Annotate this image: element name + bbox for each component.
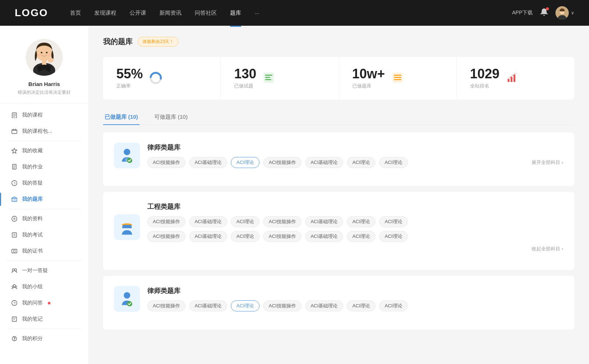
collapse-link[interactable]: 收起全部科目 ›: [532, 246, 563, 252]
menu-divider-1: [7, 141, 81, 141]
points-icon: [11, 335, 18, 342]
tab-available[interactable]: 可做题库 (10): [153, 110, 189, 124]
stat-correct-number: 55%: [116, 67, 143, 81]
tag-1-5[interactable]: ACI理论: [347, 157, 375, 168]
menu-item-one-one[interactable]: 一对一答疑: [0, 263, 88, 279]
stat-correct-rate: 55% 正确率: [103, 57, 221, 100]
bank-header-1: 律师类题库 ACI技能操作 ACI基础理论 ACI理论 ACI技能操作 ACI基…: [114, 143, 563, 168]
tag-2-r2-2[interactable]: ACI理论: [231, 231, 260, 242]
page-wrap: Brian Harris 错误的决定比没有决定要好 我的课程 我的课程包...: [0, 0, 589, 364]
svg-rect-35: [12, 233, 17, 237]
nav-news[interactable]: 新闻资讯: [159, 8, 181, 18]
menu-item-cert[interactable]: 我的证书: [0, 243, 88, 259]
svg-rect-61: [394, 79, 401, 80]
nav-open-course[interactable]: 公开课: [130, 8, 146, 18]
tag-2-3[interactable]: ACI技能操作: [263, 216, 301, 227]
tag-2-r2-3[interactable]: ACI技能操作: [263, 231, 301, 242]
svg-rect-6: [42, 60, 46, 65]
tag-1-1[interactable]: ACI基础理论: [189, 157, 228, 168]
tag-2-6[interactable]: ACI理论: [379, 216, 408, 227]
menu-item-course[interactable]: 我的课程: [0, 107, 88, 123]
tag-2-r2-4[interactable]: ACI基础理论: [305, 231, 343, 242]
svg-rect-56: [265, 77, 270, 78]
list-orange-icon: [391, 71, 406, 86]
menu-item-exam[interactable]: 我的考试: [0, 227, 88, 243]
tag-2-5[interactable]: ACI理论: [347, 216, 375, 227]
bank-title-3: 律师类题库: [147, 286, 563, 295]
svg-rect-64: [514, 75, 515, 82]
nav-home[interactable]: 首页: [70, 8, 81, 18]
profile-name: Brian Harris: [28, 81, 60, 87]
tag-2-r2-0[interactable]: ACI技能操作: [147, 231, 186, 242]
nav-more[interactable]: ···: [254, 8, 259, 18]
bank-icon: [11, 196, 18, 203]
tag-2-r2-5[interactable]: ACI理论: [347, 231, 375, 242]
tag-1-0[interactable]: ACI技能操作: [147, 157, 186, 168]
menu-item-qa[interactable]: ? 我的答疑: [0, 175, 88, 191]
user-avatar-wrap[interactable]: ∨: [556, 6, 574, 19]
bank-avatar-engineer: [114, 214, 140, 240]
svg-rect-60: [394, 77, 401, 78]
menu-label-points: 我的积分: [22, 335, 43, 342]
bar-red-icon: [505, 71, 520, 86]
menu-item-collection[interactable]: 我的收藏: [0, 143, 88, 159]
tag-3-4[interactable]: ACI基础理论: [305, 300, 343, 311]
menu-item-group[interactable]: 我的小组: [0, 279, 88, 295]
menu-item-package[interactable]: 我的课程包...: [0, 123, 88, 139]
tab-done[interactable]: 已做题库 (10): [103, 110, 140, 124]
tag-1-6[interactable]: ACI理论: [379, 157, 408, 168]
menu-item-homework[interactable]: 我的作业: [0, 159, 88, 175]
tag-1-2[interactable]: ACI理论: [231, 157, 260, 168]
svg-rect-47: [12, 317, 17, 321]
menu-item-bank[interactable]: 我的题库: [0, 191, 88, 207]
tag-1-3[interactable]: ACI技能操作: [263, 157, 301, 168]
tag-3-1[interactable]: ACI基础理论: [189, 300, 228, 311]
bank-section-lawyer-2: 律师类题库 ACI技能操作 ACI基础理论 ACI理论 ACI技能操作 ACI基…: [103, 276, 574, 329]
tag-3-2[interactable]: ACI理论: [231, 300, 260, 311]
nav-bank[interactable]: 题库: [230, 8, 241, 18]
menu-item-points[interactable]: 我的积分: [0, 331, 88, 347]
tag-2-2[interactable]: ACI理论: [231, 216, 260, 227]
bank-tags-2-row2: ACI技能操作 ACI基础理论 ACI理论 ACI技能操作 ACI基础理论 AC…: [147, 231, 563, 242]
svg-point-39: [13, 250, 15, 252]
trial-badge: 体验剩余23天！: [138, 37, 179, 47]
stat-done-b-text: 10w+ 已做题库: [352, 67, 385, 89]
tag-2-0[interactable]: ACI技能操作: [147, 216, 186, 227]
stat-done-q-number: 130: [234, 67, 256, 81]
tag-1-4[interactable]: ACI基础理论: [305, 157, 343, 168]
stat-done-banks: 10w+ 已做题库: [339, 57, 457, 100]
tag-2-r2-6[interactable]: ACI理论: [379, 231, 408, 242]
qa-icon: ?: [11, 180, 18, 186]
tag-3-5[interactable]: ACI理论: [347, 300, 375, 311]
stat-done-b-number: 10w+: [352, 67, 385, 81]
notification-bell[interactable]: [540, 8, 548, 18]
course-icon: [11, 112, 18, 118]
menu-item-question[interactable]: ? 我的问答: [0, 295, 88, 311]
stat-value-correct: 55% 正确率: [116, 67, 143, 89]
tag-2-1[interactable]: ACI基础理论: [189, 216, 228, 227]
profile-bio: 错误的决定比没有决定要好: [18, 89, 71, 96]
tag-3-3[interactable]: ACI技能操作: [263, 300, 301, 311]
stat-ranking: 1029 全站排名: [457, 57, 574, 100]
tag-2-4[interactable]: ACI基础理论: [305, 216, 343, 227]
tag-3-0[interactable]: ACI技能操作: [147, 300, 186, 311]
svg-marker-31: [12, 197, 17, 198]
menu-item-data[interactable]: 我的资料: [0, 211, 88, 227]
menu-item-note[interactable]: 我的笔记: [0, 311, 88, 327]
data-icon: [11, 215, 18, 222]
app-download-btn[interactable]: APP下载: [512, 10, 533, 16]
tag-2-r2-1[interactable]: ACI基础理论: [189, 231, 228, 242]
expand-link-1[interactable]: 展开全部科目 ›: [532, 159, 563, 166]
nav-discover[interactable]: 发现课程: [94, 8, 116, 18]
bank-tags-3: ACI技能操作 ACI基础理论 ACI理论 ACI技能操作 ACI基础理论 AC…: [147, 300, 563, 311]
svg-point-43: [12, 286, 13, 287]
bank-avatar-lawyer-2: [114, 286, 140, 312]
sidebar-profile: Brian Harris 错误的决定比没有决定要好: [0, 26, 88, 103]
logo[interactable]: LOGO: [15, 7, 48, 19]
nav-qa[interactable]: 问答社区: [195, 8, 217, 18]
stat-rank-number: 1029: [470, 67, 500, 81]
tag-3-6[interactable]: ACI理论: [379, 300, 408, 311]
profile-avatar[interactable]: [26, 39, 63, 76]
stat-rank-text: 1029 全站排名: [470, 67, 500, 89]
navbar: LOGO 首页 发现课程 公开课 新闻资讯 问答社区 题库 ··· APP下载: [0, 0, 589, 26]
